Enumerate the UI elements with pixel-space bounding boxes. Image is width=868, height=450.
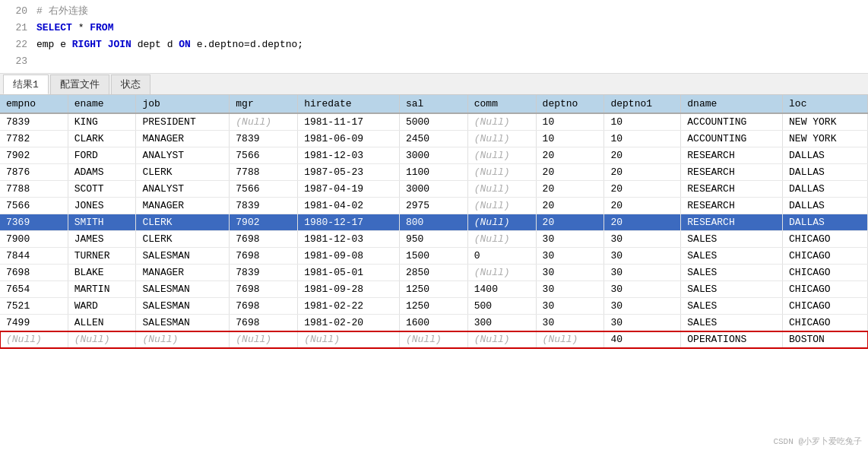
results-table: empno ename job mgr hiredate sal comm de… [0, 95, 868, 348]
cell-comm: (Null) [467, 214, 536, 231]
cell-loc: CHICAGO [783, 315, 868, 331]
cell-hiredate: 1981-05-01 [298, 265, 400, 281]
cell-loc: CHICAGO [783, 265, 868, 281]
cell-comm: (Null) [467, 113, 536, 131]
tab-config[interactable]: 配置文件 [50, 74, 109, 94]
cell-loc: CHICAGO [783, 298, 868, 315]
cell-dname: RESEARCH [681, 214, 783, 231]
table-row[interactable]: 7900JAMESCLERK76981981-12-03950(Null)303… [0, 231, 868, 248]
cell-deptno: 10 [536, 113, 604, 131]
cell-deptno1: 30 [604, 248, 681, 265]
cell-mgr: 7566 [230, 181, 298, 198]
cell-loc: CHICAGO [783, 231, 868, 248]
cell-mgr: 7698 [230, 281, 298, 298]
cell-dname: SALES [681, 265, 783, 281]
table-row[interactable]: 7654MARTINSALESMAN76981981-09-2812501400… [0, 281, 868, 298]
cell-job: MANAGER [136, 198, 230, 214]
cell-deptno: (Null) [536, 331, 604, 348]
code-dept: dept d [138, 39, 179, 50]
cell-loc: DALLAS [783, 198, 868, 214]
table-row[interactable]: 7902FORDANALYST75661981-12-033000(Null)2… [0, 147, 868, 164]
col-empno: empno [0, 95, 68, 113]
col-loc: loc [783, 95, 868, 113]
cell-mgr: (Null) [230, 331, 298, 348]
cell-job: ANALYST [136, 147, 230, 164]
table-row[interactable]: 7839KINGPRESIDENT(Null)1981-11-175000(Nu… [0, 113, 868, 131]
cell-deptno: 10 [536, 131, 604, 147]
cell-hiredate: (Null) [298, 331, 400, 348]
cell-deptno: 30 [536, 248, 604, 265]
table-row[interactable]: 7844TURNERSALESMAN76981981-09-0815000303… [0, 248, 868, 265]
cell-deptno1: 20 [604, 214, 681, 231]
results-table-container[interactable]: empno ename job mgr hiredate sal comm de… [0, 95, 868, 450]
cell-ename: MARTIN [68, 281, 136, 298]
cell-ename: JAMES [68, 231, 136, 248]
cell-sal: 1600 [399, 315, 467, 331]
cell-job: CLERK [136, 214, 230, 231]
cell-job: SALESMAN [136, 281, 230, 298]
cell-deptno: 30 [536, 265, 604, 281]
watermark: CSDN @小罗卜爱吃兔子 [773, 436, 862, 447]
code-editor: 20 # 右外连接 21 SELECT * FROM 22 emp e RIGH… [0, 0, 868, 74]
tab-status[interactable]: 状态 [111, 74, 150, 94]
cell-mgr: 7698 [230, 298, 298, 315]
line-number-21: 21 [6, 20, 27, 36]
cell-dname: SALES [681, 248, 783, 265]
table-row[interactable]: 7782CLARKMANAGER78391981-06-092450(Null)… [0, 131, 868, 147]
cell-empno: 7698 [0, 265, 68, 281]
cell-hiredate: 1981-09-28 [298, 281, 400, 298]
cell-sal: 2850 [399, 265, 467, 281]
kw-from: FROM [90, 22, 113, 33]
cell-hiredate: 1981-11-17 [298, 113, 400, 131]
cell-empno: 7788 [0, 181, 68, 198]
cell-ename: KING [68, 113, 136, 131]
cell-loc: DALLAS [783, 214, 868, 231]
kw-right: RIGHT [72, 39, 102, 50]
table-row[interactable]: 7698BLAKEMANAGER78391981-05-012850(Null)… [0, 265, 868, 281]
cell-ename: JONES [68, 198, 136, 214]
cell-comm: (Null) [467, 231, 536, 248]
cell-comm: 0 [467, 248, 536, 265]
cell-deptno1: 30 [604, 315, 681, 331]
cell-sal: 1250 [399, 281, 467, 298]
cell-dname: SALES [681, 281, 783, 298]
cell-empno: 7369 [0, 214, 68, 231]
cell-job: (Null) [136, 331, 230, 348]
table-row[interactable]: (Null)(Null)(Null)(Null)(Null)(Null)(Nul… [0, 331, 868, 348]
cell-dname: ACCOUNTING [681, 131, 783, 147]
cell-empno: 7876 [0, 164, 68, 181]
cell-deptno: 20 [536, 181, 604, 198]
cell-empno: (Null) [0, 331, 68, 348]
cell-ename: WARD [68, 298, 136, 315]
table-row[interactable]: 7369SMITHCLERK79021980-12-17800(Null)202… [0, 214, 868, 231]
cell-mgr: 7839 [230, 265, 298, 281]
cell-mgr: 7902 [230, 214, 298, 231]
table-row[interactable]: 7499ALLENSALESMAN76981981-02-20160030030… [0, 315, 868, 331]
cell-deptno: 30 [536, 231, 604, 248]
cell-empno: 7902 [0, 147, 68, 164]
cell-sal: 950 [399, 231, 467, 248]
table-row[interactable]: 7521WARDSALESMAN76981981-02-221250500303… [0, 298, 868, 315]
line-number-20: 20 [6, 3, 27, 20]
cell-empno: 7839 [0, 113, 68, 131]
cell-sal: 3000 [399, 181, 467, 198]
cell-comm: (Null) [467, 198, 536, 214]
code-line-20: 20 # 右外连接 [0, 3, 868, 20]
code-star: * [78, 22, 90, 33]
cell-deptno1: 30 [604, 281, 681, 298]
table-row[interactable]: 7566JONESMANAGER78391981-04-022975(Null)… [0, 198, 868, 214]
cell-comm: (Null) [467, 131, 536, 147]
cell-hiredate: 1980-12-17 [298, 214, 400, 231]
tab-results[interactable]: 结果1 [3, 74, 49, 94]
cell-sal: 1500 [399, 248, 467, 265]
cell-deptno: 20 [536, 214, 604, 231]
cell-sal: 2450 [399, 131, 467, 147]
cell-deptno: 20 [536, 198, 604, 214]
code-line-22: 22 emp e RIGHT JOIN dept d ON e.deptno=d… [0, 36, 868, 53]
cell-empno: 7654 [0, 281, 68, 298]
cell-loc: NEW YORK [783, 131, 868, 147]
code-emp: emp e [36, 39, 72, 50]
cell-empno: 7521 [0, 298, 68, 315]
table-row[interactable]: 7876ADAMSCLERK77881987-05-231100(Null)20… [0, 164, 868, 181]
table-row[interactable]: 7788SCOTTANALYST75661987-04-193000(Null)… [0, 181, 868, 198]
